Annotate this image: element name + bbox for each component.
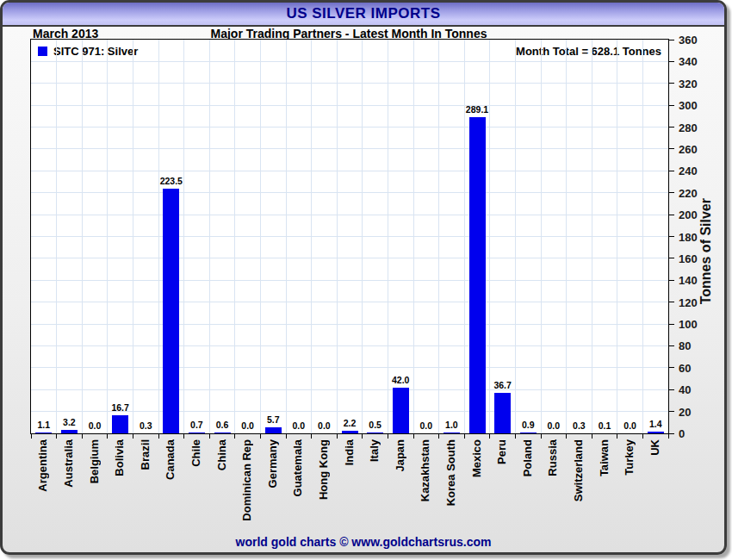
x-axis-label: Belgium xyxy=(88,439,101,483)
y-axis-tick xyxy=(668,411,674,412)
x-axis-tick xyxy=(133,433,133,439)
x-axis-label: Australia xyxy=(62,439,75,488)
bar-value-label: 0.9 xyxy=(522,420,535,430)
y-axis-tick xyxy=(668,40,674,40)
x-axis-label: Kazakhstan xyxy=(419,439,431,501)
y-tick-label: 120 xyxy=(679,296,698,308)
x-axis-label: Mexico xyxy=(470,439,483,477)
y-tick-label: 60 xyxy=(679,361,691,374)
x-axis-tick xyxy=(260,433,261,439)
v-gridline xyxy=(234,40,235,433)
y-tick-label: 240 xyxy=(679,165,698,177)
x-axis-tick xyxy=(82,433,83,439)
h-gridline xyxy=(31,61,668,62)
x-axis-label: India xyxy=(343,439,356,465)
x-axis-label: Germany xyxy=(266,439,279,488)
bar-value-label: 0.0 xyxy=(547,420,560,431)
legend: SITC 971: Silver xyxy=(38,45,138,58)
y-axis-tick xyxy=(668,389,674,390)
v-gridline xyxy=(209,40,210,433)
v-gridline xyxy=(56,40,57,433)
bar xyxy=(494,393,511,433)
v-gridline xyxy=(413,40,414,433)
y-axis-tick xyxy=(668,345,674,346)
bar xyxy=(112,415,128,433)
bar-value-label: 0.0 xyxy=(419,420,432,431)
x-axis-tick xyxy=(311,433,312,439)
x-axis-label: Russia xyxy=(546,439,559,476)
y-axis-tick xyxy=(668,367,674,368)
x-axis-tick xyxy=(31,433,32,439)
h-gridline xyxy=(31,192,668,193)
x-axis-label: Brazil xyxy=(139,439,152,470)
y-axis-tick xyxy=(668,148,674,149)
title-bar: US SILVER IMPORTS xyxy=(3,3,724,27)
x-axis-tick xyxy=(515,433,516,439)
y-tick-label: 340 xyxy=(679,55,698,68)
y-tick-label: 200 xyxy=(679,208,698,221)
v-gridline xyxy=(311,40,312,433)
x-axis-tick xyxy=(337,433,338,439)
bar-value-label: 0.1 xyxy=(599,420,611,431)
bar-value-label: 0.0 xyxy=(241,420,254,431)
v-gridline xyxy=(337,40,338,433)
v-gridline xyxy=(566,40,567,433)
v-gridline xyxy=(388,40,388,433)
bar-value-label: 0.0 xyxy=(292,420,305,431)
v-gridline xyxy=(107,40,108,433)
y-tick-label: 20 xyxy=(679,405,691,418)
x-axis-tick xyxy=(592,433,592,439)
x-axis-label: Switzerland xyxy=(572,439,585,501)
bar-value-label: 5.7 xyxy=(267,414,280,425)
x-axis-label: Peru xyxy=(495,439,508,464)
x-axis-tick xyxy=(464,433,465,439)
x-axis-label: Italy xyxy=(368,439,381,462)
v-gridline xyxy=(541,40,542,433)
x-axis-tick xyxy=(362,433,363,439)
v-gridline xyxy=(515,40,516,433)
h-gridline xyxy=(31,105,668,106)
h-gridline xyxy=(31,236,668,237)
y-tick-label: 80 xyxy=(679,339,691,352)
x-axis-tick xyxy=(438,433,439,439)
month-total-label: Month Total = 628.1 Tonnes xyxy=(516,45,661,58)
v-gridline xyxy=(464,40,465,433)
x-axis-tick xyxy=(617,433,617,439)
h-gridline xyxy=(31,389,668,390)
bar-value-label: 3.2 xyxy=(63,417,76,427)
bar-value-label: 0.5 xyxy=(369,420,382,430)
bar-value-label: 42.0 xyxy=(392,375,409,385)
x-axis-label: Hong Kong xyxy=(317,439,330,500)
x-axis-label: Taiwan xyxy=(598,439,611,476)
y-tick-label: 40 xyxy=(679,383,691,396)
y-axis-tick xyxy=(668,127,674,128)
h-gridline xyxy=(31,324,668,325)
y-axis-tick xyxy=(668,302,674,302)
x-axis-tick xyxy=(642,433,643,439)
x-axis-tick xyxy=(668,433,669,439)
y-axis-tick xyxy=(668,258,674,258)
bar-value-label: 0.6 xyxy=(216,420,229,430)
v-gridline xyxy=(489,40,490,433)
v-gridline xyxy=(592,40,592,433)
bar-value-label: 1.0 xyxy=(445,420,458,430)
y-axis-tick xyxy=(668,61,674,62)
plot-area: SITC 971: Silver Month Total = 628.1 Ton… xyxy=(30,39,669,434)
x-axis-label: Guatemala xyxy=(291,439,304,496)
h-gridline xyxy=(31,280,668,281)
bar xyxy=(214,432,231,433)
bar-value-label: 223.5 xyxy=(160,176,183,186)
x-axis-label: Poland xyxy=(521,439,534,476)
x-axis-tick xyxy=(209,433,210,439)
h-gridline xyxy=(31,127,668,128)
bar xyxy=(367,432,383,433)
y-tick-label: 140 xyxy=(679,274,698,287)
y-axis-tick xyxy=(668,171,674,171)
y-tick-label: 160 xyxy=(679,252,698,264)
x-axis-label: Turkey xyxy=(623,439,636,476)
bar xyxy=(393,388,409,433)
chart-title: US SILVER IMPORTS xyxy=(286,5,440,22)
bar xyxy=(520,432,537,433)
x-axis-tick xyxy=(413,433,414,439)
bar-value-label: 36.7 xyxy=(493,380,511,390)
